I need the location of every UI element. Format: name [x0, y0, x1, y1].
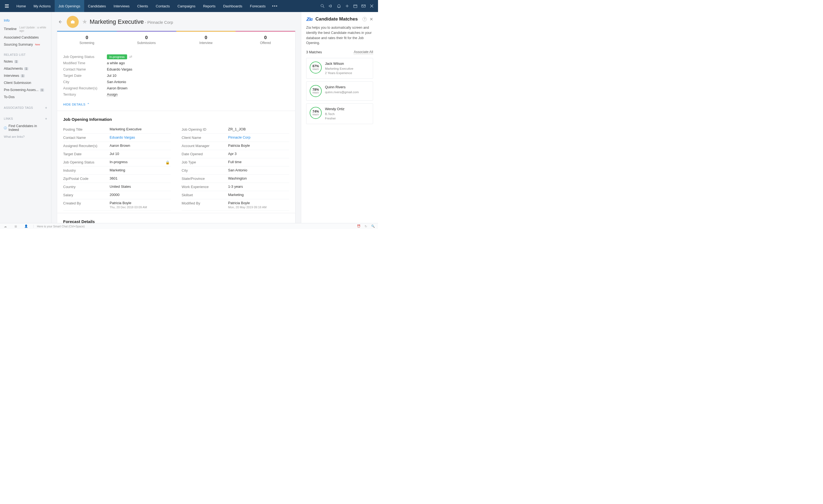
add-link-icon[interactable]: +	[45, 117, 47, 121]
nav-clients[interactable]: Clients	[133, 0, 152, 12]
plus-icon[interactable]	[343, 2, 351, 10]
nav-contacts[interactable]: Contacts	[152, 0, 174, 12]
search-icon[interactable]	[318, 2, 327, 10]
page-subtitle: - Pinnacle Corp	[145, 20, 173, 25]
sidebar-associated-candidates[interactable]: Associated Candidates	[4, 34, 47, 41]
bottom-icon-1[interactable]: ☁	[3, 224, 7, 228]
nav-home[interactable]: Home	[13, 0, 30, 12]
match-detail: quinn.rivers@gmail.com	[325, 90, 359, 94]
bottom-icon-2[interactable]: ⊞	[14, 224, 17, 228]
field-salary: Salary20000	[63, 191, 171, 199]
field-job-type: Job TypeFull time	[182, 158, 290, 166]
nav-job-openings[interactable]: Job Openings	[55, 0, 84, 12]
sidebar-info[interactable]: Info	[4, 17, 47, 24]
field-state-province: State/ProvinceWashington	[182, 175, 290, 183]
sidebar-timeline[interactable]: Timeline Last Update : a while ago	[4, 24, 47, 34]
stage-count: 0	[235, 35, 295, 40]
main-content: ★ Marketing Executive - Pinnacle Corp 0S…	[51, 12, 301, 223]
match-card[interactable]: 78%MatchQuinn Riversquinn.rivers@gmail.c…	[306, 81, 373, 101]
pipeline-stage-offered[interactable]: 0Offered	[235, 32, 295, 49]
nav-reports[interactable]: Reports	[199, 0, 219, 12]
sidebar-client-submission[interactable]: Client Submission	[4, 79, 47, 87]
field-work-experience: Work Experience1-3 years	[182, 183, 290, 191]
add-tag-icon[interactable]: +	[45, 106, 47, 110]
field-job-opening-status: Job Opening StatusIn-progress🔒	[63, 158, 171, 166]
clock-icon[interactable]: ⏰	[357, 224, 360, 228]
field-country: CountryUnited States	[63, 183, 171, 191]
match-card[interactable]: 74%MatchWendy OrtizB.TechFresher	[306, 103, 373, 124]
summary-recruiters: Assigned Recruiter(s)Aaron Brown	[63, 85, 289, 91]
more-menu[interactable]	[270, 5, 280, 7]
svg-rect-4	[354, 5, 357, 8]
match-score-ring: 78%Match	[310, 85, 322, 97]
match-score-ring: 87%Match	[310, 61, 322, 73]
what-are-links[interactable]: What are links?	[4, 135, 47, 138]
nav-dashboards[interactable]: Dashboards	[219, 0, 246, 12]
mail-icon[interactable]	[359, 2, 368, 10]
field-skillset: SkillsetMarketing	[182, 191, 290, 199]
associated-tags-heading: ASSOCIATED TAGS +	[4, 101, 47, 112]
field-modified-by: Modified ByPatricia BoyleMon, 20 May 201…	[182, 199, 290, 211]
sidebar-todos[interactable]: To-Dos	[4, 94, 47, 101]
nav-campaigns[interactable]: Campaigns	[174, 0, 199, 12]
zoom-icon[interactable]: 🔍	[371, 224, 375, 228]
smart-chat-hint[interactable]: Here is your Smart Chat (Ctrl+Space)	[33, 225, 357, 228]
field-link[interactable]: Pinnacle Corp	[228, 135, 251, 139]
svg-rect-8	[71, 21, 74, 23]
field-city: CitySan Antonio	[182, 166, 290, 175]
sidebar-sourcing-summary[interactable]: Sourcing SummaryNew	[4, 41, 47, 48]
nav-interviews[interactable]: Interviews	[110, 0, 134, 12]
summary-city: CitySan Antonio	[63, 79, 289, 85]
pipeline-stage-interview[interactable]: 0Interview	[176, 32, 236, 49]
match-name: Quinn Rivers	[325, 85, 359, 89]
sidebar-attachments[interactable]: Attachments1	[4, 65, 47, 72]
section-heading: Forecast Details	[63, 219, 289, 223]
calendar-icon[interactable]	[351, 2, 359, 10]
panel-title: Candidate Matches	[315, 16, 360, 22]
field-created-by: Created ByPatricia BoyleThu, 20 Dec 2018…	[63, 199, 171, 211]
associate-all-link[interactable]: Associate All	[354, 50, 373, 54]
candidate-matches-panel: ƵᎥα Candidate Matches ? ✕ Zia helps you …	[301, 12, 378, 223]
match-count: 3 Matches	[306, 50, 322, 54]
announce-icon[interactable]	[327, 2, 335, 10]
favorite-star-icon[interactable]: ★	[82, 18, 88, 25]
summary-card: Job Opening Status In-progress⇄ Modified…	[57, 49, 296, 111]
help-icon[interactable]: ?	[362, 17, 367, 21]
job-avatar-icon	[67, 16, 79, 28]
field-job-opening-id: Job Opening IDZR_1_JOB	[182, 126, 290, 134]
svg-rect-6	[362, 5, 365, 7]
match-score-ring: 74%Match	[310, 107, 322, 119]
match-card[interactable]: 87%MatchJack WilsonMarketing Executive2 …	[306, 58, 373, 79]
job-info-section: Job Opening Information Posting TitleMar…	[57, 111, 296, 213]
pipeline-stage-submissions[interactable]: 0Submissions	[117, 32, 176, 49]
panel-description: Zia helps you to automatically screen an…	[306, 25, 373, 46]
field-client-name: Client NamePinnacle Corp	[182, 134, 290, 142]
assign-territory-link[interactable]: Assign	[107, 93, 118, 97]
nav-my-actions[interactable]: My Actions	[30, 0, 55, 12]
pipeline-card: 0Screening0Submissions0Interview0Offered	[57, 31, 296, 49]
sidebar-notes[interactable]: Notes1	[4, 58, 47, 65]
menu-icon[interactable]	[4, 3, 10, 9]
sidebar-prescreening[interactable]: Pre-Screening Asses...1	[4, 87, 47, 94]
field-link[interactable]: Eduardo Vargas	[110, 135, 135, 139]
pipeline-stage-screening[interactable]: 0Screening	[57, 32, 117, 49]
timeline-subtext: Last Update : a while ago	[19, 26, 47, 32]
sidebar-find-indeed[interactable]: ⓘ Find Candidates in Indeed	[4, 123, 47, 133]
hide-details-toggle[interactable]: HIDE DETAILS ⌃	[57, 100, 295, 111]
refresh-icon[interactable]: ↻	[364, 224, 368, 228]
bottom-icon-3[interactable]: 👤	[24, 224, 28, 228]
count-badge: 1	[21, 74, 25, 77]
bell-icon[interactable]	[335, 2, 343, 10]
summary-target: Target DateJul 10	[63, 72, 289, 79]
back-button[interactable]	[57, 19, 63, 25]
summary-status: Job Opening Status In-progress⇄	[63, 53, 289, 60]
field-assigned-recruiter-s-: Assigned Recruiter(s)Aaron Brown	[63, 142, 171, 150]
nav-forecasts[interactable]: Forecasts	[246, 0, 270, 12]
svg-line-1	[323, 7, 324, 8]
tools-icon[interactable]	[368, 2, 376, 10]
sidebar-interviews[interactable]: Interviews1	[4, 72, 47, 79]
field-posting-title: Posting TitleMarketing Executive	[63, 126, 171, 134]
nav-candidates[interactable]: Candidates	[84, 0, 110, 12]
close-icon[interactable]: ✕	[369, 17, 373, 22]
status-extra-icon[interactable]: ⇄	[129, 55, 132, 59]
